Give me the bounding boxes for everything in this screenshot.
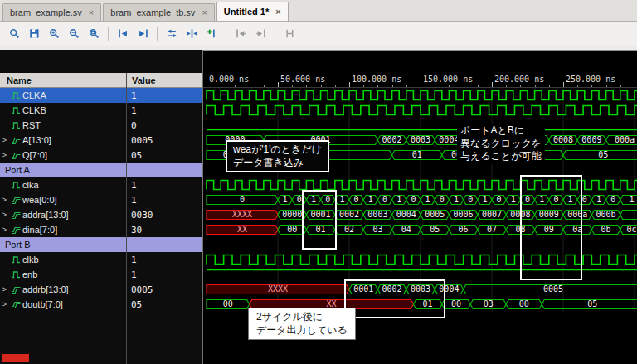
- signal-row-a-13-0[interactable]: >A[13:0]0005: [0, 133, 202, 148]
- signal-row-clka[interactable]: clka1: [0, 177, 202, 192]
- ruler-minor-tick: [620, 85, 621, 87]
- svg-text:00: 00: [519, 299, 529, 308]
- tab-label: Untitled 1*: [224, 7, 269, 17]
- waveform-toolbar: [0, 22, 637, 46]
- scalar-signal-icon: [9, 180, 22, 190]
- signal-row-rst[interactable]: RST0: [0, 118, 202, 133]
- ruler-minor-tick: [335, 85, 336, 87]
- ruler-label: 150.000 ns: [423, 75, 473, 84]
- svg-text:06: 06: [459, 225, 469, 234]
- svg-text:0006: 0006: [454, 210, 474, 219]
- search-button[interactable]: [5, 25, 23, 43]
- expand-chevron-icon[interactable]: >: [0, 285, 9, 294]
- close-tab-icon[interactable]: ×: [202, 8, 207, 17]
- expand-chevron-icon[interactable]: >: [0, 226, 9, 234]
- next-transition-button[interactable]: [134, 25, 152, 43]
- ruler-major-tick: [278, 82, 279, 87]
- search-icon: [9, 28, 20, 39]
- snap-to-transition-button[interactable]: [182, 25, 201, 43]
- time-ruler[interactable]: 0.000 ns50.000 ns100.000 ns150.000 ns200…: [203, 73, 637, 88]
- svg-text:0: 0: [382, 195, 387, 204]
- signal-row-clkb[interactable]: clkb1: [0, 252, 202, 267]
- close-tab-icon[interactable]: ×: [89, 8, 94, 17]
- signal-value: 1: [126, 267, 202, 282]
- signal-name: RST: [22, 120, 126, 130]
- zoom-out-button[interactable]: [65, 25, 83, 43]
- annotation-dual-clock: ポートAとBに 異なるクロックを 与えることが可能: [457, 124, 545, 164]
- name-column-header: Name: [0, 75, 126, 85]
- signal-value: 0005: [126, 282, 202, 297]
- svg-text:0002: 0002: [339, 210, 359, 219]
- expand-chevron-icon[interactable]: >: [0, 136, 9, 144]
- group-divider-port-a[interactable]: Port A: [0, 163, 202, 177]
- signal-value: 0005: [126, 133, 202, 148]
- svg-text:1: 1: [511, 195, 516, 204]
- previous-transition-button[interactable]: [114, 25, 132, 43]
- value-column-header: Value: [126, 73, 202, 87]
- svg-text:000a: 000a: [615, 135, 635, 144]
- ruler-major-tick: [421, 82, 421, 87]
- ruler-minor-tick: [321, 85, 322, 87]
- svg-text:0007: 0007: [482, 210, 502, 219]
- tab-bram-example-sv[interactable]: bram_example.sv×: [2, 3, 101, 21]
- expand-chevron-icon[interactable]: >: [0, 151, 9, 159]
- tab-bram-example-tb-sv[interactable]: bram_example_tb.sv×: [103, 3, 215, 21]
- toolbar-separator: [157, 27, 158, 41]
- signal-value: 1: [126, 252, 202, 267]
- scalar-signal-icon: [9, 90, 22, 100]
- expand-chevron-icon[interactable]: >: [0, 211, 9, 219]
- signal-value: 0030: [126, 207, 202, 222]
- svg-text:05: 05: [430, 225, 440, 234]
- signal-row-enb[interactable]: enb1: [0, 267, 202, 282]
- scalar-signal-icon: [9, 269, 22, 279]
- group-divider-port-b[interactable]: Port B: [0, 237, 202, 252]
- signal-row-addrb-13-0[interactable]: >addrb[13:0]0005: [0, 282, 202, 297]
- ruler-major-tick: [207, 82, 207, 87]
- svg-text:07: 07: [487, 225, 497, 234]
- signal-name: wea[0:0]: [22, 195, 126, 205]
- svg-text:1: 1: [630, 195, 635, 204]
- ruler-label: 200.000 ns: [494, 75, 544, 84]
- zoom-in-button[interactable]: [45, 25, 63, 43]
- document-tab-bar: bram_example.sv×bram_example_tb.sv×Untit…: [0, 0, 637, 22]
- signal-row-q-7-0[interactable]: >Q[7:0]05: [0, 148, 202, 163]
- divider-label: Port B: [5, 240, 31, 250]
- scalar-signal-icon: [9, 120, 22, 130]
- ruler-minor-tick: [306, 85, 307, 87]
- tab-untitled-1[interactable]: Untitled 1*×: [216, 2, 289, 21]
- signal-row-clkb[interactable]: CLKB1: [0, 103, 202, 118]
- svg-text:0005: 0005: [543, 284, 563, 294]
- toolbar-separator: [275, 27, 275, 41]
- svg-text:05: 05: [598, 150, 608, 159]
- expand-chevron-icon[interactable]: >: [0, 300, 9, 308]
- ruler-minor-tick: [549, 85, 550, 87]
- go-to-first-button: [231, 25, 250, 43]
- ruler-minor-tick: [478, 85, 479, 87]
- svg-text:1: 1: [368, 195, 373, 204]
- ruler-minor-tick: [392, 85, 393, 87]
- add-marker-icon: [207, 28, 217, 39]
- zoom-fit-button[interactable]: [85, 25, 103, 43]
- signal-name: A[13:0]: [22, 135, 126, 145]
- signal-row-dina-7-0[interactable]: >dina[7:0]30: [0, 222, 202, 237]
- close-tab-icon[interactable]: ×: [275, 7, 280, 17]
- expand-chevron-icon[interactable]: >: [0, 196, 9, 204]
- signal-name: Q[7:0]: [22, 150, 126, 160]
- signal-row-addra-13-0[interactable]: >addra[13:0]0030: [0, 207, 202, 222]
- add-marker-button[interactable]: [202, 25, 221, 43]
- signal-row-wea-0-0[interactable]: >wea[0:0]1: [0, 192, 202, 207]
- svg-text:0002: 0002: [382, 135, 402, 144]
- signal-row-clka[interactable]: CLKA1: [0, 88, 202, 103]
- next-transition-icon: [138, 28, 148, 39]
- zoom-fit-icon: [89, 28, 100, 39]
- toolbar-separator: [108, 27, 109, 41]
- ruler-major-tick: [492, 82, 493, 87]
- signal-row-doutb-7-0[interactable]: >doutb[7:0]05: [0, 297, 202, 312]
- save-button[interactable]: [25, 25, 43, 43]
- panel-splitter[interactable]: [202, 50, 203, 364]
- svg-text:XXXX: XXXX: [268, 284, 288, 294]
- svg-text:1: 1: [396, 195, 401, 204]
- signal-name: CLKA: [22, 90, 126, 100]
- swap-cursors-button[interactable]: [163, 25, 181, 43]
- column-resize-divider[interactable]: [126, 73, 127, 364]
